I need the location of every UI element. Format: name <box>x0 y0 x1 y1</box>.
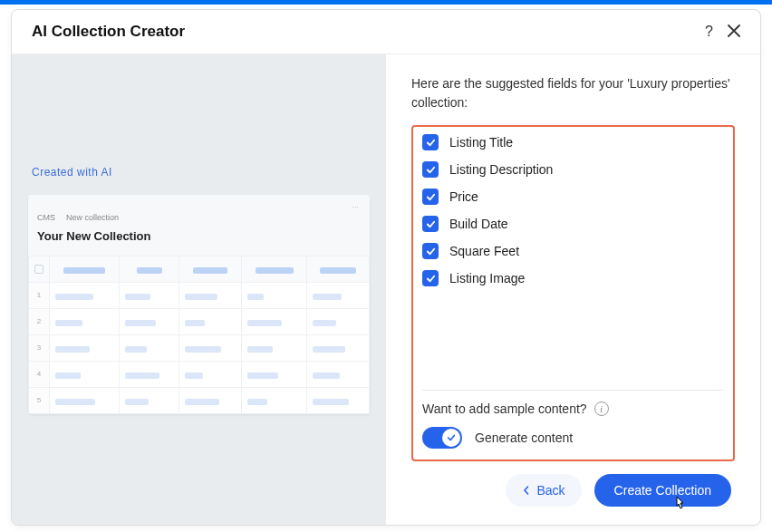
breadcrumb: CMS New collection <box>37 213 361 222</box>
help-icon[interactable]: ? <box>705 24 713 39</box>
checkbox-listing-description[interactable] <box>422 161 439 178</box>
field-label: Listing Image <box>449 271 525 285</box>
create-button-label: Create Collection <box>614 483 711 498</box>
back-button[interactable]: Back <box>506 474 581 507</box>
section-divider <box>422 390 724 391</box>
field-row-listing-description: Listing Description <box>422 156 724 183</box>
ai-collection-modal: AI Collection Creator ? Created with AI … <box>11 9 761 526</box>
fields-panel: Here are the suggested fields for your '… <box>386 54 760 525</box>
modal-body: Created with AI ··· CMS New collection Y… <box>12 54 760 525</box>
preview-window-controls: ··· <box>37 202 361 211</box>
back-button-label: Back <box>536 483 565 498</box>
modal-header: AI Collection Creator ? <box>12 10 760 54</box>
field-row-listing-image: Listing Image <box>422 265 724 292</box>
breadcrumb-cms: CMS <box>37 213 55 222</box>
preview-panel: Created with AI ··· CMS New collection Y… <box>12 54 386 525</box>
field-row-price: Price <box>422 183 724 210</box>
preview-table: 1 2 3 4 5 <box>28 256 370 414</box>
table-row: 1 <box>29 282 370 308</box>
header-actions: ? <box>705 24 740 40</box>
field-row-listing-title: Listing Title <box>422 129 724 156</box>
checkbox-listing-title[interactable] <box>422 134 439 150</box>
preview-select-all <box>34 265 43 274</box>
field-label: Build Date <box>449 217 508 231</box>
field-label: Listing Description <box>449 162 553 177</box>
table-row: 4 <box>29 361 370 387</box>
create-collection-button[interactable]: Create Collection <box>594 474 731 507</box>
generate-content-row: Generate content <box>422 427 724 449</box>
field-label: Listing Title <box>449 135 513 150</box>
close-icon[interactable] <box>728 24 740 40</box>
field-label: Price <box>449 189 478 204</box>
generate-content-toggle[interactable] <box>422 427 462 449</box>
table-row: 2 <box>29 308 370 334</box>
checkbox-price[interactable] <box>422 189 439 205</box>
ai-badge: Created with AI <box>32 166 370 179</box>
toggle-knob <box>442 429 460 447</box>
info-icon[interactable]: i <box>594 401 609 416</box>
toggle-label: Generate content <box>475 430 573 445</box>
field-label: Square Feet <box>449 244 519 258</box>
checkbox-square-feet[interactable] <box>422 243 439 259</box>
field-row-build-date: Build Date <box>422 210 724 237</box>
footer-actions: Back Create Collection <box>411 461 735 510</box>
app-top-accent <box>0 0 772 5</box>
suggested-fields-box: Listing Title Listing Description Price … <box>411 125 735 461</box>
sample-prompt-text: Want to add sample content? <box>422 401 587 416</box>
preview-collection-title: Your New Collection <box>37 227 361 252</box>
chevron-left-icon <box>522 486 531 495</box>
cursor-pointer-icon <box>673 495 688 516</box>
breadcrumb-new-collection: New collection <box>66 213 119 222</box>
preview-header: ··· CMS New collection Your New Collecti… <box>28 195 370 256</box>
collection-preview-card: ··· CMS New collection Your New Collecti… <box>28 195 370 414</box>
intro-text: Here are the suggested fields for your '… <box>411 74 735 112</box>
table-row: 3 <box>29 334 370 361</box>
sample-content-prompt-row: Want to add sample content? i <box>422 401 724 416</box>
table-row: 5 <box>29 387 370 413</box>
checkbox-listing-image[interactable] <box>422 270 439 286</box>
field-row-square-feet: Square Feet <box>422 237 724 265</box>
modal-title: AI Collection Creator <box>32 23 185 41</box>
checkbox-build-date[interactable] <box>422 216 439 232</box>
